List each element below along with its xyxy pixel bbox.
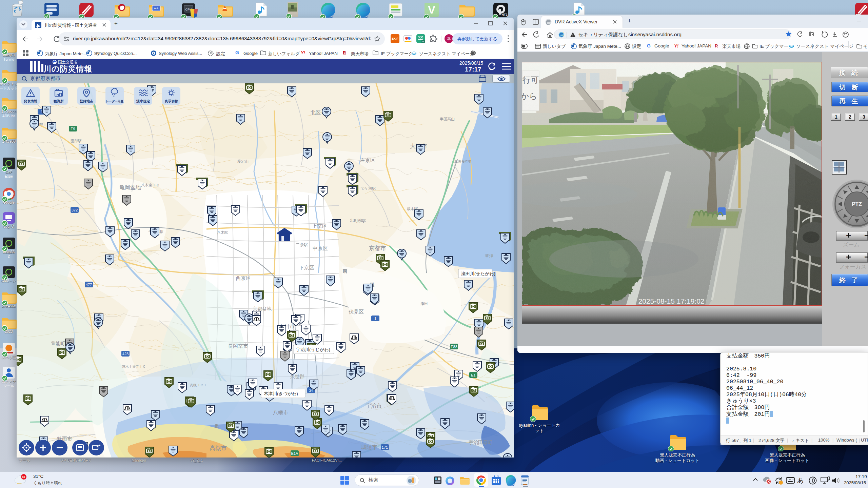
svg-text:CMS - シ: CMS - シ bbox=[1, 279, 16, 283]
svg-text:E1A: E1A bbox=[291, 451, 298, 455]
svg-text:左京区: 左京区 bbox=[360, 157, 375, 163]
svg-text:亀岡盆地: 亀岡盆地 bbox=[119, 184, 141, 190]
svg-text:観測所: 観測所 bbox=[53, 99, 64, 103]
svg-text:下京区: 下京区 bbox=[299, 265, 314, 270]
svg-text:城陽市: 城陽市 bbox=[361, 444, 377, 450]
svg-text:八幡市: 八幡市 bbox=[273, 409, 288, 415]
svg-text:Tuning: Tuning bbox=[3, 57, 14, 61]
svg-text:宇治田原町: 宇治田原町 bbox=[469, 440, 492, 445]
svg-text:17cce50: 17cce50 bbox=[2, 139, 16, 143]
svg-text:瀬田川(せたがわ): 瀬田川(せたがわ) bbox=[461, 271, 495, 276]
svg-text:伏見区: 伏見区 bbox=[349, 309, 364, 314]
svg-text:上京区: 上京区 bbox=[312, 223, 327, 229]
svg-text:二条駅: 二条駅 bbox=[296, 242, 308, 247]
svg-text:27e456c: 27e456c bbox=[2, 304, 16, 308]
svg-text:表示切替: 表示切替 bbox=[164, 99, 178, 103]
svg-text:Insta36: Insta36 bbox=[3, 250, 15, 254]
svg-text:愛宕山: 愛宕山 bbox=[237, 159, 249, 163]
svg-text:2: 2 bbox=[8, 254, 10, 258]
svg-text:登録地点: 登録地点 bbox=[79, 99, 93, 103]
svg-text:15 Secon: 15 Secon bbox=[1, 109, 17, 114]
svg-text:Ack: Ack bbox=[154, 7, 159, 10]
svg-text:瀬田: 瀬田 bbox=[420, 302, 428, 306]
svg-text:NT2: NT2 bbox=[501, 13, 507, 16]
svg-text:Logi O: Logi O bbox=[4, 224, 14, 228]
svg-text:長岡京市: 長岡京市 bbox=[228, 343, 248, 349]
svg-text:京都市: 京都市 bbox=[369, 245, 386, 251]
svg-text:Expe: Expe bbox=[5, 174, 13, 178]
svg-text:ートカット: ートカット bbox=[0, 86, 17, 90]
svg-text:477: 477 bbox=[86, 283, 92, 287]
svg-text:ズバリ巨: ズバリ巨 bbox=[2, 355, 16, 359]
svg-text:2023: 2023 bbox=[5, 329, 13, 333]
svg-text:423: 423 bbox=[122, 352, 129, 356]
svg-text:茨木千提寺ＩＣ: 茨木千提寺ＩＣ bbox=[122, 365, 146, 368]
svg-text:真珠養殖場: 真珠養殖場 bbox=[454, 160, 471, 163]
svg-text:浸水想定: 浸水想定 bbox=[136, 99, 150, 103]
svg-text:9+: 9+ bbox=[22, 475, 26, 479]
svg-text:木津川(きづがわ): 木津川(きづがわ) bbox=[264, 391, 298, 396]
svg-text:宝ケ池駅: 宝ケ池駅 bbox=[361, 186, 376, 190]
svg-text:草津: 草津 bbox=[485, 253, 494, 259]
svg-text:エアステ: エアステ bbox=[2, 379, 16, 383]
svg-text:171: 171 bbox=[382, 445, 388, 449]
svg-text:レーダー雨量: レーダー雨量 bbox=[106, 100, 123, 103]
svg-text:E88: E88 bbox=[451, 345, 457, 349]
svg-text:北区: 北区 bbox=[311, 109, 321, 115]
svg-text:デスクトッ: デスクトッ bbox=[0, 82, 17, 86]
svg-text:1: 1 bbox=[374, 317, 376, 321]
svg-text:中京区: 中京区 bbox=[313, 245, 328, 251]
svg-text:京都盆地: 京都盆地 bbox=[253, 306, 272, 311]
svg-text:ADB Ins: ADB Ins bbox=[2, 114, 16, 118]
svg-text:Google: Google bbox=[3, 200, 15, 204]
svg-text:宇治川(うじがわ): 宇治川(うじがわ) bbox=[296, 347, 330, 352]
svg-text:出町柳駅: 出町柳駅 bbox=[350, 218, 366, 223]
svg-text:E9: E9 bbox=[71, 127, 75, 131]
svg-text:PTZ: PTZ bbox=[852, 201, 862, 207]
svg-text:ツール: ツール bbox=[3, 384, 14, 388]
svg-text:園部駅: 園部駅 bbox=[71, 139, 82, 143]
svg-text:半国高山: 半国高山 bbox=[440, 117, 455, 121]
svg-text:V: V bbox=[428, 4, 435, 16]
svg-text:高槻市: 高槻市 bbox=[210, 445, 227, 451]
svg-text:Intel(R): Intel(R) bbox=[3, 53, 15, 57]
svg-text:宇治市: 宇治市 bbox=[366, 403, 382, 409]
svg-text:八木駅: 八木駅 bbox=[217, 230, 228, 235]
svg-text:八木東ＩＣ: 八木東ＩＣ bbox=[141, 183, 160, 187]
svg-text:372: 372 bbox=[72, 208, 78, 212]
svg-text:E1: E1 bbox=[471, 373, 475, 377]
svg-text:高槻ＪＣＴ: 高槻ＪＣＴ bbox=[190, 383, 207, 387]
svg-text:豊能町: 豊能町 bbox=[51, 341, 65, 346]
svg-text:西京区: 西京区 bbox=[236, 275, 251, 281]
svg-text:GeF: GeF bbox=[5, 170, 12, 174]
svg-text:発表情報: 発表情報 bbox=[23, 99, 38, 103]
